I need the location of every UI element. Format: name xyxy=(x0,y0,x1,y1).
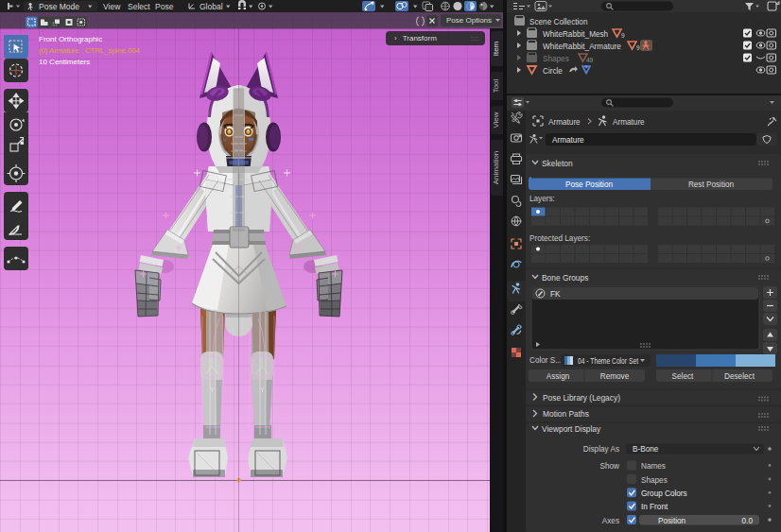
svg-text:Global: Global xyxy=(200,2,223,11)
svg-text:Pose: Pose xyxy=(155,2,174,11)
svg-text:Pose Position: Pose Position xyxy=(565,180,614,189)
svg-text:9: 9 xyxy=(621,32,625,39)
svg-text:Axes: Axes xyxy=(602,517,619,525)
svg-text:B-Bone: B-Bone xyxy=(633,445,659,454)
svg-text:Scene Collection: Scene Collection xyxy=(529,18,588,26)
svg-text:49: 49 xyxy=(586,57,594,63)
svg-text:Pose Mode: Pose Mode xyxy=(39,2,79,11)
svg-text:Bone Groups: Bone Groups xyxy=(542,273,588,283)
svg-text:In Front: In Front xyxy=(641,503,668,511)
svg-text:Armature: Armature xyxy=(548,118,581,127)
svg-text:Show: Show xyxy=(600,462,620,471)
svg-text:Shapes: Shapes xyxy=(543,55,569,63)
svg-text:Y: Y xyxy=(260,386,265,393)
svg-text:Y: Y xyxy=(210,386,215,393)
svg-text:Item: Item xyxy=(492,41,500,56)
svg-text:Names: Names xyxy=(641,462,666,471)
svg-text:View: View xyxy=(492,112,500,128)
svg-text:View: View xyxy=(103,2,121,11)
svg-text:Viewport Display: Viewport Display xyxy=(542,424,601,434)
svg-text:WhiteRabbit_Armature: WhiteRabbit_Armature xyxy=(543,43,621,51)
svg-text:FK: FK xyxy=(550,290,561,299)
svg-text:Animation: Animation xyxy=(492,151,500,185)
svg-text:04 - Theme Color Set: 04 - Theme Color Set xyxy=(578,357,639,366)
svg-text:Armature: Armature xyxy=(613,118,645,127)
svg-text:Select: Select xyxy=(128,2,150,11)
svg-text:Circle: Circle xyxy=(543,67,563,76)
svg-text:Skeleton: Skeleton xyxy=(542,159,573,168)
svg-text:Remove: Remove xyxy=(600,372,630,381)
svg-text:Motion Paths: Motion Paths xyxy=(543,409,589,419)
svg-text:9: 9 xyxy=(636,44,640,51)
svg-text:Color S...: Color S... xyxy=(529,356,562,365)
svg-text:Layers:: Layers: xyxy=(529,195,555,203)
svg-text:Display As: Display As xyxy=(583,445,619,454)
svg-text:WhiteRabbit_Mesh: WhiteRabbit_Mesh xyxy=(543,30,609,39)
svg-text:Rest Position: Rest Position xyxy=(688,180,735,189)
svg-text:Armature: Armature xyxy=(552,136,584,145)
svg-text:0.0: 0.0 xyxy=(742,517,754,525)
svg-text:Deselect: Deselect xyxy=(724,372,755,381)
svg-text:Select: Select xyxy=(672,372,694,381)
svg-text:Tool: Tool xyxy=(492,78,500,93)
svg-text:Assign: Assign xyxy=(547,372,570,381)
svg-text:Protected Layers:: Protected Layers: xyxy=(529,234,590,243)
svg-text:Position: Position xyxy=(658,517,686,525)
svg-text:Group Colors: Group Colors xyxy=(641,489,687,498)
svg-text:Shapes: Shapes xyxy=(641,476,668,485)
svg-text:Pose Library (Legacy): Pose Library (Legacy) xyxy=(543,393,620,403)
